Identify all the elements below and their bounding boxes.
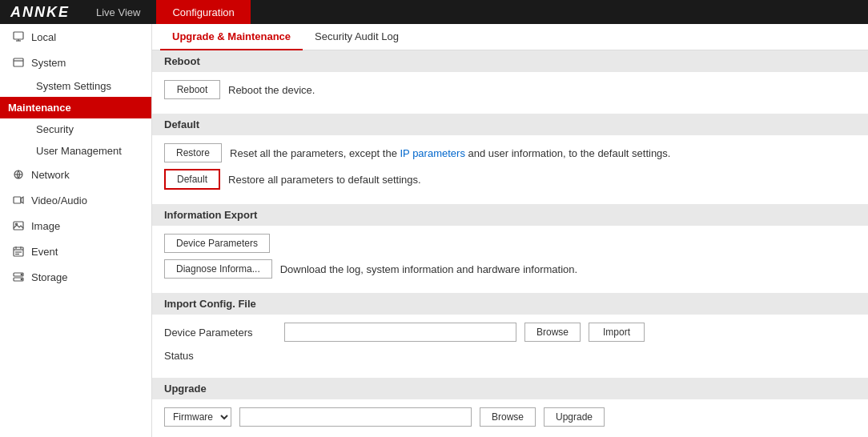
import-config-section-body: Device Parameters Browse Import Status [152,315,868,378]
import-device-params-row: Device Parameters Browse Import [164,323,856,342]
layout: Local System System Settings Maintenance… [0,24,868,437]
reboot-section-header: Reboot [152,50,868,72]
default-section-body: Restore Reset all the parameters, except… [152,135,868,204]
sidebar-item-storage[interactable]: Storage [0,264,151,290]
system-icon [12,56,25,69]
import-file-input[interactable] [284,323,516,342]
sidebar-item-maintenance[interactable]: Maintenance [0,97,151,118]
logo-text: ANNKE [10,4,70,21]
import-config-section-header: Import Config. File [152,293,868,315]
svg-rect-7 [14,197,21,203]
reboot-section-body: Reboot Reboot the device. [152,72,868,114]
upgrade-section-body: Firmware Browse Upgrade Status [152,399,868,437]
sidebar-item-video-audio[interactable]: Video/Audio [0,187,151,213]
sidebar-item-event[interactable]: Event [0,239,151,264]
diagnose-row: Diagnose Informa... Download the log, sy… [164,259,856,279]
storage-label: Storage [31,271,68,283]
firmware-select[interactable]: Firmware [164,407,231,427]
tab-upgrade-maintenance[interactable]: Upgrade & Maintenance [160,24,303,50]
sidebar-item-network[interactable]: Network [0,162,151,187]
svg-marker-8 [21,197,23,203]
default-section-header: Default [152,114,868,135]
svg-point-20 [21,279,22,280]
import-button[interactable]: Import [589,323,645,342]
default-row: Default Restore all parameters to defaul… [164,169,856,190]
storage-icon [12,271,25,283]
device-parameters-export-button[interactable]: Device Parameters [164,234,270,253]
default-description: Restore all parameters to default settin… [228,174,421,186]
sidebar-item-user-management[interactable]: User Management [0,140,151,162]
tab-live-view[interactable]: Live View [80,0,156,24]
local-label: Local [31,31,56,43]
svg-rect-3 [14,58,23,66]
system-label: System [31,57,66,69]
sidebar-item-image[interactable]: Image [0,213,151,239]
video-icon [12,194,25,206]
diagnose-button[interactable]: Diagnose Informa... [164,259,272,279]
upgrade-file-input[interactable] [239,407,472,427]
upgrade-status-label: Status [164,433,194,437]
restore-button[interactable]: Restore [164,143,222,162]
sidebar-item-system[interactable]: System [0,50,151,75]
video-audio-label: Video/Audio [31,194,87,206]
image-icon [12,219,25,232]
image-label: Image [31,220,60,232]
svg-rect-9 [14,222,23,230]
ip-parameters-link[interactable]: IP parameters [400,147,464,159]
default-button[interactable]: Default [164,169,220,190]
sidebar-item-security[interactable]: Security [0,118,151,140]
device-params-export-row: Device Parameters [164,234,856,253]
main-content: Upgrade & Maintenance Security Audit Log… [152,24,868,437]
upgrade-section-header: Upgrade [152,378,868,399]
reboot-row: Reboot Reboot the device. [164,80,856,99]
monitor-icon [12,30,25,43]
sidebar: Local System System Settings Maintenance… [0,24,152,437]
header: ANNKE Live View Configuration [0,0,868,24]
restore-description: Reset all the parameters, except the IP … [230,147,670,159]
diagnose-description: Download the log, system information and… [280,263,577,275]
sidebar-item-system-settings[interactable]: System Settings [0,75,151,97]
restore-row: Restore Reset all the parameters, except… [164,143,856,162]
import-browse-button[interactable]: Browse [524,323,581,342]
upgrade-button[interactable]: Upgrade [544,407,605,427]
network-icon [12,168,25,181]
upgrade-browse-button[interactable]: Browse [480,407,536,427]
nav-tabs: Live View Configuration [80,0,251,24]
tab-security-audit-log[interactable]: Security Audit Log [303,24,411,50]
reboot-button[interactable]: Reboot [164,80,220,99]
upgrade-row: Firmware Browse Upgrade [164,407,856,427]
info-export-section-body: Device Parameters Diagnose Informa... Do… [152,226,868,293]
svg-rect-0 [14,32,23,39]
upgrade-status-row: Status [164,433,856,437]
content-tab-header: Upgrade & Maintenance Security Audit Log [152,24,868,50]
event-label: Event [31,246,58,258]
import-status-row: Status [164,348,856,363]
network-label: Network [31,169,70,181]
import-device-params-label: Device Parameters [164,327,276,339]
reboot-description: Reboot the device. [228,84,315,96]
info-export-section-header: Information Export [152,204,868,226]
event-icon [12,245,25,258]
logo: ANNKE [0,0,80,24]
import-status-label: Status [164,348,194,363]
sidebar-item-local[interactable]: Local [0,24,151,50]
svg-point-19 [21,274,22,275]
tab-configuration[interactable]: Configuration [156,0,250,24]
